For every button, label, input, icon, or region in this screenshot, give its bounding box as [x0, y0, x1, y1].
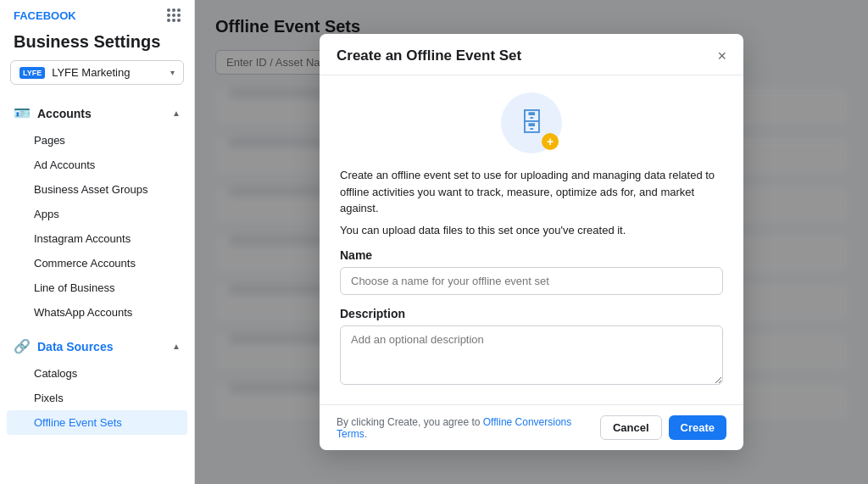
sidebar-item-instagram-accounts[interactable]: Instagram Accounts — [0, 226, 194, 251]
accounts-section: 🪪 Accounts ▲ Pages Ad Accounts Business … — [0, 95, 194, 328]
modal-overlay[interactable]: Create an Offline Event Set × 🗄 + Create… — [195, 0, 868, 484]
name-input[interactable] — [340, 267, 723, 295]
modal-icon-area: 🗄 + — [340, 92, 723, 153]
data-sources-section-title: 🔗 Data Sources — [14, 338, 113, 354]
sidebar-title: Business Settings — [0, 25, 194, 60]
sidebar: FACEBOOK Business Settings LYFE LYFE Mar… — [0, 0, 195, 484]
data-sources-icon: 🔗 — [14, 338, 31, 354]
plus-badge-icon: + — [542, 133, 559, 150]
sidebar-item-ad-accounts[interactable]: Ad Accounts — [0, 153, 194, 177]
account-logo: LYFE — [19, 67, 45, 79]
database-icon: 🗄 — [519, 108, 544, 137]
facebook-logo: FACEBOOK — [14, 9, 76, 22]
data-sources-section: 🔗 Data Sources ▲ Catalogs Pixels Offline… — [0, 328, 194, 438]
accounts-collapse-icon: ▲ — [172, 108, 181, 118]
modal-body: 🗄 + Create an offline event set to use f… — [320, 75, 743, 404]
footer-buttons: Cancel Create — [600, 415, 726, 440]
modal-footer: By clicking Create, you agree to Offline… — [320, 404, 743, 450]
modal-icon-circle: 🗄 + — [501, 92, 562, 153]
sidebar-item-pages[interactable]: Pages — [0, 128, 194, 153]
accounts-icon: 🪪 — [14, 105, 31, 121]
sidebar-item-pixels[interactable]: Pixels — [0, 386, 194, 410]
description-label: Description — [340, 307, 723, 320]
create-submit-button[interactable]: Create — [669, 415, 726, 440]
modal-create-offline-event-set: Create an Offline Event Set × 🗄 + Create… — [320, 34, 743, 450]
sidebar-item-catalogs[interactable]: Catalogs — [0, 361, 194, 386]
footer-terms: By clicking Create, you agree to Offline… — [337, 416, 600, 440]
sidebar-item-commerce-accounts[interactable]: Commerce Accounts — [0, 251, 194, 275]
chevron-down-icon: ▾ — [170, 68, 175, 77]
data-sources-section-header[interactable]: 🔗 Data Sources ▲ — [0, 331, 194, 361]
accounts-section-header[interactable]: 🪪 Accounts ▲ — [0, 98, 194, 128]
account-name: LYFE Marketing — [52, 66, 164, 79]
account-selector[interactable]: LYFE LYFE Marketing ▾ — [10, 60, 184, 85]
modal-description: Create an offline event set to use for u… — [340, 167, 723, 238]
modal-title: Create an Offline Event Set — [337, 47, 521, 64]
data-sources-collapse-icon: ▲ — [172, 342, 181, 351]
grid-menu-icon[interactable] — [167, 8, 181, 22]
cancel-button[interactable]: Cancel — [600, 415, 662, 440]
modal-close-button[interactable]: × — [717, 48, 726, 64]
sidebar-item-apps[interactable]: Apps — [0, 202, 194, 226]
main-content: Offline Event Sets Filter by... ▾ Create… — [195, 0, 868, 484]
sidebar-item-whatsapp-accounts[interactable]: WhatsApp Accounts — [0, 300, 194, 325]
sidebar-item-offline-event-sets[interactable]: Offline Event Sets — [7, 410, 187, 435]
sidebar-item-business-asset-groups[interactable]: Business Asset Groups — [0, 177, 194, 202]
modal-header: Create an Offline Event Set × — [320, 34, 743, 75]
description-textarea[interactable] — [340, 325, 723, 385]
sidebar-item-line-of-business[interactable]: Line of Business — [0, 275, 194, 300]
brand-row: FACEBOOK — [0, 0, 194, 25]
name-label: Name — [340, 248, 723, 262]
accounts-section-title: 🪪 Accounts — [14, 105, 92, 121]
